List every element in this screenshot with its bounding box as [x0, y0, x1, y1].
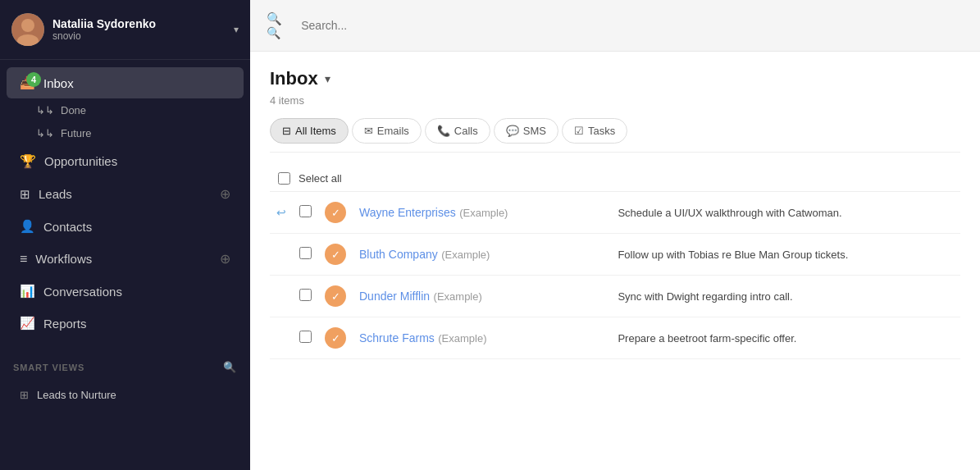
user-name: Nataliia Sydorenko: [52, 17, 226, 30]
reports-icon: 📈: [20, 316, 35, 331]
row-checkbox[interactable]: [299, 331, 312, 343]
check-icon: ✓: [331, 249, 340, 261]
check-icon: ✓: [331, 290, 340, 303]
phone-icon: 📞: [437, 125, 450, 137]
reply-indicator: [270, 234, 293, 276]
workflows-icon: ≡: [20, 252, 27, 267]
sidebar-item-label: Future: [61, 127, 92, 139]
smart-view-leads-to-nurture[interactable]: Leads to Nurture: [7, 382, 244, 408]
tab-all-items[interactable]: ⊟ All Items: [270, 118, 349, 144]
lead-name-cell: Wayne Enterprises (Example): [353, 192, 611, 234]
sidebar-item-conversations[interactable]: 📊 Conversations: [7, 276, 244, 307]
conversations-icon: 📊: [20, 284, 35, 299]
sidebar-item-label: Leads: [39, 187, 72, 201]
sidebar-item-label: Reports: [43, 317, 87, 331]
lead-name-cell: Dunder Mifflin (Example): [353, 276, 611, 317]
sidebar-item-label: Opportunities: [44, 154, 117, 168]
all-items-icon: ⊟: [282, 125, 291, 137]
add-icon[interactable]: ⊕: [220, 186, 230, 202]
sidebar-item-leads[interactable]: ⊞ Leads ⊕: [7, 178, 244, 210]
status-cell: ✓: [318, 234, 353, 276]
select-all-checkbox[interactable]: [278, 172, 290, 185]
select-all-label: Select all: [299, 172, 342, 185]
arrow-sub-icon: ↳: [36, 104, 54, 116]
sidebar-item-reports[interactable]: 📈 Reports: [7, 308, 244, 339]
table-row: ✓ Schrute Farms (Example) Prepare a beet…: [270, 317, 960, 359]
status-cell: ✓: [318, 276, 353, 317]
contacts-icon: 👤: [20, 219, 35, 234]
sidebar-item-contacts[interactable]: 👤 Contacts: [7, 211, 244, 242]
reply-indicator: ↩: [270, 192, 293, 234]
email-icon: ✉: [364, 125, 373, 137]
lead-name-cell: Bluth Company (Example): [353, 234, 611, 276]
smart-views-section: SMART VIEWS: [0, 353, 250, 381]
smart-views-label: SMART VIEWS: [13, 363, 84, 372]
search-icon: 🔍: [267, 11, 294, 39]
row-checkbox-cell: [293, 276, 318, 317]
sidebar-header[interactable]: Nataliia Sydorenko snovio ▾: [0, 0, 250, 60]
inbox-header: Inbox ▾: [270, 68, 960, 89]
search-bar: 🔍: [250, 0, 980, 52]
lead-name-link[interactable]: Dunder Mifflin: [359, 290, 430, 303]
avatar: [11, 13, 44, 46]
row-checkbox[interactable]: [299, 289, 312, 301]
reply-icon: ↩: [276, 206, 286, 219]
sidebar-item-workflows[interactable]: ≡ Workflows ⊕: [7, 243, 244, 275]
task-icon: ☑: [574, 125, 584, 137]
items-count: 4 items: [270, 94, 960, 107]
sms-icon: 💬: [506, 125, 519, 137]
status-badge: ✓: [325, 285, 346, 307]
description-cell: Follow up with Tobias re Blue Man Group …: [611, 234, 960, 276]
tab-sms[interactable]: 💬 SMS: [494, 118, 558, 144]
sidebar-item-opportunities[interactable]: 🏆 Opportunities: [7, 145, 244, 177]
status-badge: ✓: [325, 202, 346, 223]
sidebar-item-label: Done: [61, 104, 86, 116]
inbox-table: ↩ ✓ Wayne Enterprises (Example) Schedule…: [270, 192, 960, 359]
search-input[interactable]: [301, 19, 964, 32]
example-label: (Example): [434, 290, 482, 303]
lead-name-link[interactable]: Wayne Enterprises: [359, 206, 456, 219]
trophy-icon: 🏆: [20, 153, 36, 169]
reply-indicator: [270, 317, 293, 359]
smart-view-label: Leads to Nurture: [37, 389, 116, 401]
lead-name-link[interactable]: Schrute Farms: [359, 331, 435, 345]
description-cell: Sync with Dwight regarding intro call.: [611, 276, 960, 317]
select-all-row: Select all: [270, 166, 960, 192]
row-checkbox-cell: [293, 192, 318, 234]
example-label: (Example): [459, 207, 508, 219]
status-badge: ✓: [325, 244, 346, 265]
table-row: ↩ ✓ Wayne Enterprises (Example) Schedule…: [270, 192, 960, 234]
inbox-badge: 4: [26, 72, 41, 87]
leads-icon: ⊞: [20, 187, 30, 202]
lead-name-cell: Schrute Farms (Example): [353, 317, 611, 359]
sidebar: Nataliia Sydorenko snovio ▾ Inbox 4 ↳ Do…: [0, 0, 250, 470]
example-label: (Example): [441, 249, 490, 261]
description-cell: Schedule a UI/UX walkthrough with Catwom…: [611, 192, 960, 234]
tab-calls[interactable]: 📞 Calls: [425, 118, 490, 144]
sidebar-item-future[interactable]: ↳ Future: [7, 122, 244, 144]
example-label: (Example): [438, 332, 486, 345]
row-checkbox[interactable]: [299, 247, 312, 259]
sidebar-item-inbox[interactable]: Inbox 4: [7, 67, 244, 98]
user-info: Nataliia Sydorenko snovio: [52, 17, 226, 42]
sidebar-item-done[interactable]: ↳ Done: [7, 99, 244, 121]
row-checkbox[interactable]: [299, 205, 312, 217]
row-checkbox-cell: [293, 317, 318, 359]
description-cell: Prepare a beetroot farm-specific offer.: [611, 317, 960, 359]
status-cell: ✓: [318, 192, 353, 234]
tab-tasks[interactable]: ☑ Tasks: [562, 118, 627, 144]
smart-views-search-icon[interactable]: [223, 361, 237, 373]
status-badge: ✓: [325, 327, 346, 349]
tab-emails[interactable]: ✉ Emails: [352, 118, 422, 144]
add-icon[interactable]: ⊕: [220, 251, 230, 267]
sidebar-item-label: Contacts: [43, 220, 92, 234]
sidebar-item-label: Conversations: [43, 285, 122, 299]
row-checkbox-cell: [293, 234, 318, 276]
lead-name-link[interactable]: Bluth Company: [359, 248, 438, 261]
sidebar-item-label: Inbox: [43, 76, 74, 90]
chevron-down-icon[interactable]: ▾: [234, 24, 239, 35]
svg-point-1: [21, 19, 34, 32]
page-title: Inbox: [270, 68, 318, 89]
inbox-dropdown-icon[interactable]: ▾: [325, 72, 330, 85]
user-org: snovio: [52, 30, 226, 42]
